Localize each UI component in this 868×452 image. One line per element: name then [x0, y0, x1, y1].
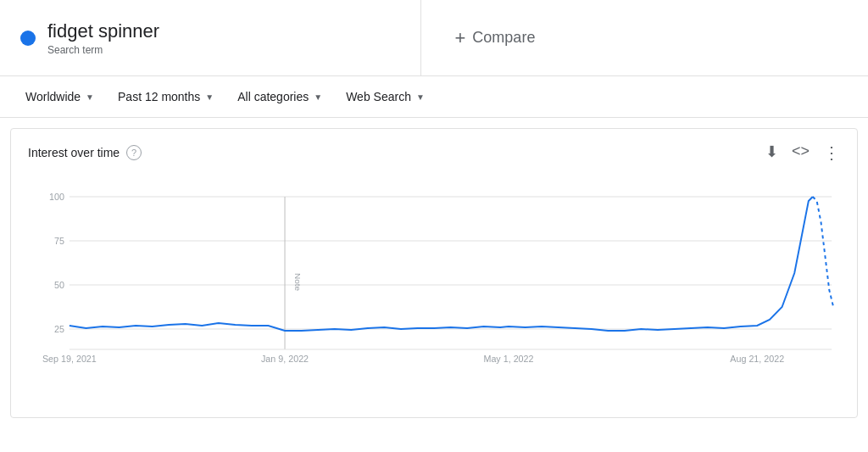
- svg-text:50: 50: [54, 280, 64, 290]
- location-label: Worldwide: [25, 90, 81, 103]
- chart-line-solid: [70, 197, 813, 331]
- chart-line-dotted: [813, 197, 833, 307]
- chart-title-text: Interest over time: [28, 146, 120, 159]
- categories-filter[interactable]: All categories ▼: [229, 85, 331, 109]
- share-icon[interactable]: ⋮: [823, 142, 840, 163]
- chart-title-area: Interest over time ?: [28, 145, 142, 160]
- plus-icon: +: [455, 27, 466, 49]
- filter-bar: Worldwide ▼ Past 12 months ▼ All categor…: [0, 76, 868, 118]
- search-term-text: fidget spinner Search term: [47, 20, 159, 56]
- chart-section: Interest over time ? ⬇ <> ⋮ 100 75 50 25: [10, 128, 858, 418]
- time-label: Past 12 months: [118, 90, 200, 103]
- svg-text:Aug 21, 2022: Aug 21, 2022: [730, 354, 784, 364]
- compare-label: Compare: [472, 29, 535, 47]
- search-term-title: fidget spinner: [47, 20, 159, 42]
- categories-label: All categories: [237, 90, 309, 103]
- download-icon[interactable]: ⬇: [765, 142, 778, 163]
- search-header: fidget spinner Search term + Compare: [0, 0, 868, 76]
- time-chevron: ▼: [205, 92, 214, 102]
- svg-text:May 1, 2022: May 1, 2022: [483, 354, 533, 364]
- chart-actions: ⬇ <> ⋮: [765, 142, 840, 163]
- type-filter[interactable]: Web Search ▼: [337, 85, 433, 109]
- chart-container: 100 75 50 25 Note Sep 19, 2021 Jan 9, 20…: [28, 171, 840, 409]
- location-chevron: ▼: [86, 92, 94, 102]
- term-color-dot: [20, 31, 36, 46]
- type-chevron: ▼: [416, 92, 425, 102]
- interest-chart: 100 75 50 25 Note Sep 19, 2021 Jan 9, 20…: [28, 171, 840, 409]
- time-filter[interactable]: Past 12 months ▼: [109, 85, 222, 109]
- search-term-section: fidget spinner Search term: [0, 0, 421, 75]
- chart-header: Interest over time ? ⬇ <> ⋮: [28, 142, 840, 163]
- compare-section[interactable]: + Compare: [421, 0, 869, 75]
- embed-icon[interactable]: <>: [792, 142, 810, 163]
- svg-text:Sep 19, 2021: Sep 19, 2021: [42, 354, 97, 364]
- svg-text:Note: Note: [293, 273, 303, 292]
- search-term-type: Search term: [47, 44, 103, 56]
- svg-text:25: 25: [54, 324, 64, 334]
- svg-text:100: 100: [49, 192, 64, 202]
- help-icon[interactable]: ?: [126, 145, 142, 160]
- type-label: Web Search: [346, 90, 411, 103]
- location-filter[interactable]: Worldwide ▼: [17, 85, 103, 109]
- svg-text:Jan 9, 2022: Jan 9, 2022: [261, 354, 309, 364]
- svg-text:75: 75: [54, 236, 64, 246]
- categories-chevron: ▼: [314, 92, 322, 102]
